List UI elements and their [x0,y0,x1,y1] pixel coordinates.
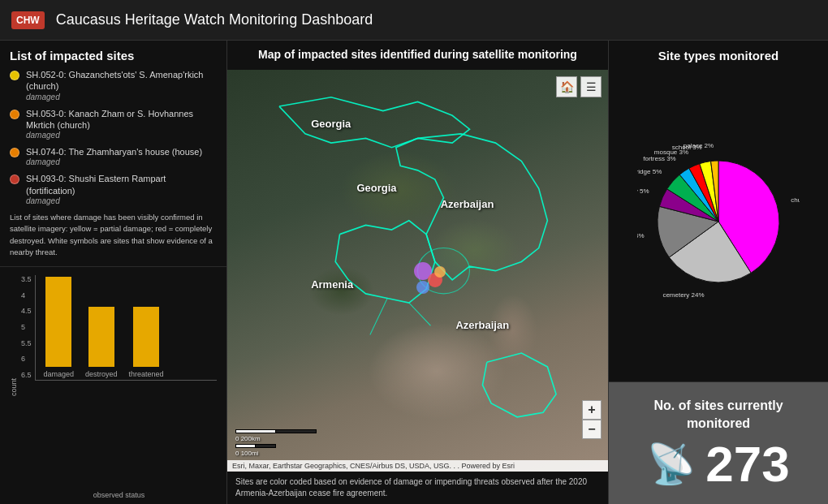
site-name: SH.074-0: The Zhamharyan's house (house) [26,146,202,157]
chart-section: count 6.565.554.543.5 damaged destroyed … [0,267,226,504]
site-status: damaged [26,131,217,140]
bar-label: damaged [44,370,75,378]
left-panel: List of impacted sites SH.052-0: Ghazanc… [0,41,227,504]
site-dot [10,71,19,80]
list-item[interactable]: SH.093-0: Shushi Eastern Rampart (fortif… [10,173,217,205]
site-status: damaged [26,196,217,205]
bars-container: damaged destroyed threatened [35,275,217,381]
right-panel: Site types monitored church 41%cemetery … [609,41,828,504]
center-panel: Map of impacted sites identified during … [227,41,609,504]
zoom-in-button[interactable]: + [582,400,602,420]
site-status: damaged [26,93,217,101]
monitor-title: No. of sites currently monitored [622,397,815,433]
list-button[interactable]: ☰ [580,76,602,97]
bar [45,277,71,367]
y-label: 4.5 [21,307,32,315]
svg-line-0 [370,298,387,334]
logo: CHW [11,11,45,29]
y-axis: 6.565.554.543.5 [21,275,32,381]
zoom-controls: + − [582,400,602,439]
pie-label: cemetery 24% [662,291,704,299]
site-dot [10,174,19,184]
bar [88,307,114,367]
chart-row: count 6.565.554.543.5 damaged destroyed … [10,275,217,499]
map-container[interactable]: Georgia Georgia Armenia Azerbaijan Azerb… [227,70,608,472]
home-button[interactable]: 🏠 [556,76,577,97]
zoom-out-button[interactable]: − [582,420,602,439]
y-label: 5.5 [21,339,32,347]
monitor-section: No. of sites currently monitored 📡 273 [609,382,828,504]
pie-container: church 41%cemetery 24%Other 14%monastery… [619,69,818,373]
y-label: 3.5 [21,275,32,283]
site-name: SH.053-0: Kanach Zham or S. Hovhannes Mk… [26,108,217,131]
x-axis-title: observed status [21,491,217,499]
pie-chart: church 41%cemetery 24%Other 14%monastery… [637,140,800,303]
bar-label: threatened [129,370,164,378]
site-dot [10,110,19,119]
site-name: SH.052-0: Ghazanchets'ots' S. Amenap'rki… [26,69,217,93]
pie-title: Site types monitored [619,49,818,62]
map-caption: Sites are color coded based on evidence … [227,472,608,504]
bar-label: destroyed [85,370,118,378]
list-item[interactable]: SH.053-0: Kanach Zham or S. Hovhannes Mk… [10,108,217,140]
pie-label: fortress 3% [643,155,675,162]
scale-200km: 0 200km [235,435,317,442]
scale-bar: 0 200km 0 100mi [235,429,317,457]
main-content: List of impacted sites SH.052-0: Ghazanc… [0,41,828,504]
pie-label: Other 14% [637,231,645,239]
map-title: Map of impacted sites identified during … [227,41,608,70]
monitor-count-row: 📡 273 [647,439,789,489]
site-name: SH.093-0: Shushi Eastern Rampart (fortif… [26,173,217,196]
y-label: 5 [21,323,32,331]
list-item[interactable]: SH.074-0: The Zhamharyan's house (house)… [10,146,217,166]
monitor-count: 273 [705,439,789,489]
marker-blue [416,281,429,294]
app-header: CHW Caucasus Heritage Watch Monitoring D… [0,0,828,41]
bar-group: damaged [44,277,75,378]
pie-label: church 41% [791,196,800,204]
pie-label: monastery 5% [637,187,649,195]
map-attribution: Esri, Maxar, Earthstar Geographics, CNES… [227,460,608,472]
bar [133,307,159,367]
site-list-title: List of impacted sites [10,49,217,62]
satellite-icon: 📡 [647,442,696,487]
bar-group: destroyed [85,307,118,378]
site-list: SH.052-0: Ghazanchets'ots' S. Amenap'rki… [10,69,217,205]
y-axis-title: count [10,378,18,396]
site-dot [10,148,19,157]
pie-section: Site types monitored church 41%cemetery … [609,41,828,382]
y-label: 6.5 [21,371,32,379]
marker-orange [434,266,446,278]
scale-100mi: 0 100mi [235,450,317,457]
y-label: 6 [21,355,32,363]
marker-cluster [410,258,459,307]
map-controls: 🏠 ☰ [556,76,602,97]
app-title: Caucasus Heritage Watch Monitoring Dashb… [56,11,373,28]
pie-label: palace 2% [684,142,714,149]
site-list-section: List of impacted sites SH.052-0: Ghazanc… [0,41,226,267]
y-label: 4 [21,291,32,299]
list-item[interactable]: SH.052-0: Ghazanchets'ots' S. Amenap'rki… [10,69,217,101]
bar-group: threatened [129,307,164,378]
site-status: damaged [26,157,202,166]
legend-text: List of sites where damage has been visi… [10,212,217,258]
pie-label: bridge 5% [637,167,662,174]
